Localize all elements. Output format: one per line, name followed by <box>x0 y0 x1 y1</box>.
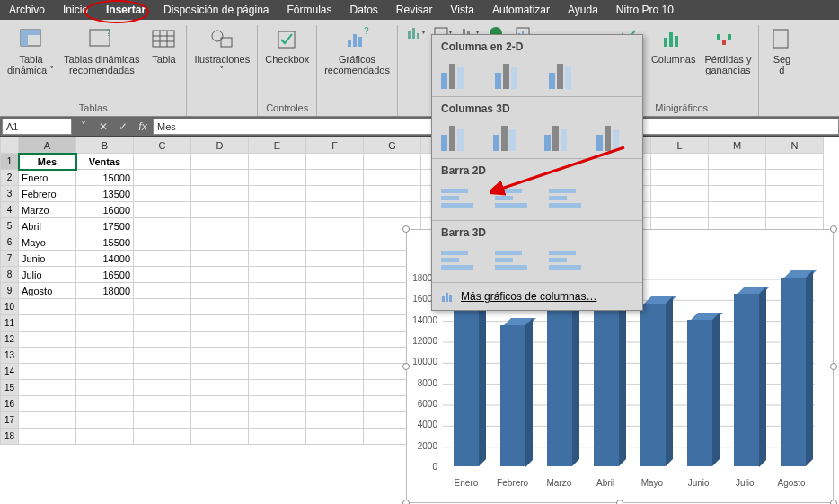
cell[interactable] <box>306 299 364 315</box>
cell[interactable] <box>191 154 249 170</box>
cell[interactable] <box>306 251 364 267</box>
cell[interactable] <box>19 412 76 429</box>
cell[interactable] <box>191 299 249 315</box>
dropdown-icon[interactable]: ˅ <box>74 120 93 133</box>
mini-columnas-button[interactable]: Columnas <box>651 25 696 75</box>
mini-perdidas-ganancias-button[interactable]: Pérdidas y ganancias <box>704 25 751 75</box>
cell[interactable]: 17500 <box>76 218 134 234</box>
more-column-charts[interactable]: Más gráficos de columnas… <box>432 282 642 310</box>
cell[interactable] <box>651 202 709 218</box>
cell[interactable] <box>76 348 134 364</box>
cell[interactable] <box>76 364 134 380</box>
chart-type-option[interactable] <box>441 182 481 213</box>
resize-handle[interactable] <box>402 500 410 504</box>
cell[interactable] <box>191 234 249 251</box>
cell[interactable] <box>306 380 364 396</box>
cell[interactable] <box>249 251 306 267</box>
cell[interactable] <box>651 186 709 202</box>
cell[interactable] <box>249 283 306 299</box>
cell[interactable] <box>134 202 191 218</box>
row-header[interactable]: 1 <box>1 154 19 170</box>
cell[interactable] <box>709 186 766 202</box>
cell[interactable] <box>249 396 306 412</box>
row-header[interactable]: 15 <box>1 380 19 396</box>
cell[interactable] <box>134 412 191 429</box>
chart-type-option[interactable] <box>441 244 481 275</box>
chart-type-option[interactable] <box>549 244 588 275</box>
cell[interactable]: Abril <box>19 218 76 234</box>
menu-disposición-de-página[interactable]: Disposición de página <box>155 1 278 19</box>
cell[interactable] <box>249 348 306 364</box>
row-header[interactable]: 16 <box>1 396 19 412</box>
resize-handle[interactable] <box>830 225 837 233</box>
cell[interactable] <box>651 170 709 186</box>
row-header[interactable]: 2 <box>1 170 19 186</box>
row-header[interactable]: 6 <box>1 234 19 251</box>
resize-handle[interactable] <box>402 225 410 233</box>
cell[interactable] <box>651 154 709 170</box>
cell[interactable]: 16500 <box>76 267 134 283</box>
cell[interactable] <box>191 332 249 348</box>
cell[interactable]: 18000 <box>76 283 134 299</box>
checkbox-button[interactable]: Checkbox <box>265 25 309 65</box>
cell[interactable] <box>249 412 306 429</box>
cell[interactable] <box>249 202 306 218</box>
cell[interactable] <box>191 202 249 218</box>
row-header[interactable]: 13 <box>1 348 19 364</box>
cell[interactable]: Marzo <box>19 202 76 218</box>
menu-nitro-pro-10[interactable]: Nitro Pro 10 <box>607 1 683 19</box>
cell[interactable] <box>134 315 191 332</box>
cell[interactable] <box>134 251 191 267</box>
cell[interactable] <box>134 348 191 364</box>
cell[interactable] <box>191 186 249 202</box>
cell[interactable]: 15500 <box>76 234 134 251</box>
cell[interactable] <box>76 429 134 445</box>
cell[interactable] <box>76 380 134 396</box>
col-header[interactable]: E <box>249 137 306 154</box>
resize-handle[interactable] <box>616 500 623 504</box>
cell[interactable]: Febrero <box>19 186 76 202</box>
cell[interactable] <box>364 186 421 202</box>
cell[interactable] <box>191 283 249 299</box>
row-header[interactable]: 10 <box>1 299 19 315</box>
cell[interactable] <box>134 332 191 348</box>
cell[interactable] <box>134 170 191 186</box>
row-header[interactable]: 5 <box>1 218 19 234</box>
cell[interactable] <box>19 396 76 412</box>
cell[interactable] <box>306 315 364 332</box>
col-header[interactable]: G <box>364 137 421 154</box>
column-chart-dropdown[interactable] <box>405 25 427 41</box>
cell[interactable] <box>191 170 249 186</box>
cell[interactable] <box>19 348 76 364</box>
cell[interactable] <box>364 170 421 186</box>
cell[interactable] <box>134 154 191 170</box>
cell[interactable] <box>191 251 249 267</box>
cell[interactable] <box>306 267 364 283</box>
confirm-icon[interactable]: ✓ <box>113 120 133 133</box>
cell[interactable]: Ventas <box>76 154 134 170</box>
row-header[interactable]: 14 <box>1 364 19 380</box>
cell[interactable] <box>191 380 249 396</box>
menu-insertar[interactable]: Insertar <box>97 1 155 19</box>
cell[interactable] <box>191 348 249 364</box>
row-header[interactable]: 3 <box>1 186 19 202</box>
cell[interactable] <box>134 364 191 380</box>
cell[interactable] <box>364 202 421 218</box>
chart-type-option[interactable] <box>549 182 588 213</box>
cell[interactable] <box>249 429 306 445</box>
cell[interactable] <box>134 283 191 299</box>
cell[interactable] <box>709 202 766 218</box>
cell[interactable] <box>306 364 364 380</box>
cell[interactable] <box>134 186 191 202</box>
menu-revisar[interactable]: Revisar <box>387 1 442 19</box>
tabla-dinamica-button[interactable]: Tabla dinámica ˅ <box>7 25 55 75</box>
cell[interactable] <box>134 234 191 251</box>
row-header[interactable]: 4 <box>1 202 19 218</box>
cell[interactable] <box>249 170 306 186</box>
menu-vista[interactable]: Vista <box>442 1 483 19</box>
cell[interactable] <box>76 315 134 332</box>
cell[interactable] <box>19 299 76 315</box>
cell[interactable] <box>249 380 306 396</box>
ilustraciones-button[interactable]: Ilustraciones ˅ <box>194 25 250 75</box>
cell[interactable]: 14000 <box>76 251 134 267</box>
